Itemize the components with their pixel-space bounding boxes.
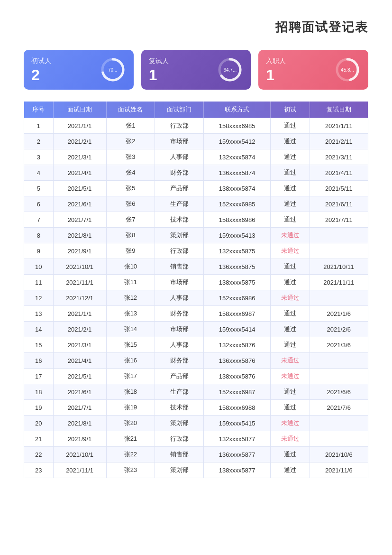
page-title: 招聘面试登记表 [24,19,368,36]
table-cell: 2021/10/1 [53,259,106,275]
table-row: 232021/11/1张23策划部138xxxx5877通过2021/11/6 [24,462,368,478]
table-cell: 152xxxx6986 [203,290,271,306]
table-cell: 行政部 [155,118,204,134]
table-cell: 159xxxx5415 [203,416,271,431]
summary-cards: 初试人 2 70... 复试人 1 64.7... 入职人 1 [24,50,368,90]
table-cell: 132xxxx5875 [203,243,271,259]
table-header: 面试姓名 [106,102,155,118]
table-row: 212021/9/1张21行政部132xxxx5877未通过 [24,431,368,447]
table-cell: 2021/11/1 [53,462,106,478]
table-cell: 未通过 [271,228,310,243]
table-cell: 通过 [271,322,310,337]
table-cell: 132xxxx5877 [203,431,271,447]
table-cell: 张23 [106,462,155,478]
table-header: 序号 [24,102,54,118]
table-cell: 8 [24,228,54,243]
table-cell: 通过 [271,149,310,165]
table-cell: 张14 [106,322,155,337]
table-cell: 2021/8/1 [53,228,106,243]
table-cell: 20 [24,416,54,431]
table-cell: 2021/1/6 [310,306,368,322]
table-cell: 通过 [271,306,310,322]
table-cell [310,369,368,384]
table-cell: 人事部 [155,337,204,353]
table-row: 202021/8/1张20策划部159xxxx5415未通过 [24,416,368,431]
card-label-initial: 初试人 [31,57,51,65]
table-cell: 张21 [106,431,155,447]
table-cell: 张6 [106,196,155,212]
table-row: 142021/2/1张14市场部159xxxx5414通过2021/2/6 [24,322,368,337]
table-cell: 158xxxx6985 [203,118,271,134]
table-cell: 财务部 [155,165,204,181]
table-cell: 2021/7/6 [310,400,368,416]
table-cell: 21 [24,431,54,447]
table-header: 面试日期 [53,102,106,118]
table-header: 复试日期 [310,102,368,118]
table-row: 62021/6/1张6生产部152xxxx6985通过2021/6/11 [24,196,368,212]
table-cell: 人事部 [155,149,204,165]
table-cell: 2021/10/1 [53,447,106,462]
table-cell: 销售部 [155,447,204,462]
table-cell [310,243,368,259]
table-cell: 2021/6/1 [53,196,106,212]
table-cell: 2021/2/6 [310,322,368,337]
table-cell: 生产部 [155,384,204,400]
table-cell: 通过 [271,196,310,212]
table-cell: 2021/7/11 [310,212,368,228]
table-cell: 2021/2/1 [53,134,106,149]
donut-hired: 45.8... [334,56,361,83]
table-cell: 未通过 [271,369,310,384]
table-cell: 2021/5/1 [53,369,106,384]
table-cell: 策划部 [155,462,204,478]
table-cell: 张20 [106,416,155,431]
donut-second: 64.7... [217,56,243,83]
table-row: 42021/4/1张4财务部136xxxx5874通过2021/4/11 [24,165,368,181]
table-cell: 未通过 [271,431,310,447]
table-cell: 1 [24,118,54,134]
table-cell: 7 [24,212,54,228]
table-row: 12021/1/1张1行政部158xxxx6985通过2021/1/11 [24,118,368,134]
card-label-hired: 入职人 [266,57,286,65]
table-cell: 人事部 [155,290,204,306]
table-cell: 2021/11/6 [310,462,368,478]
card-value-hired: 1 [266,67,286,83]
table-cell [310,290,368,306]
table-cell: 136xxxx5876 [203,353,271,369]
table-row: 102021/10/1张10销售部136xxxx5875通过2021/10/11 [24,259,368,275]
table-cell: 张4 [106,165,155,181]
table-cell: 138xxxx5877 [203,462,271,478]
table-cell: 市场部 [155,275,204,290]
table-cell: 18 [24,384,54,400]
table-cell: 张11 [106,275,155,290]
table-row: 162021/4/1张16财务部136xxxx5876未通过 [24,353,368,369]
table-cell: 市场部 [155,322,204,337]
table-row: 122021/12/1张12人事部152xxxx6986未通过 [24,290,368,306]
table-header: 初试 [271,102,310,118]
table-row: 82021/8/1张8策划部159xxxx5413未通过 [24,228,368,243]
table-row: 152021/3/1张15人事部132xxxx5876通过2021/3/6 [24,337,368,353]
table-cell: 158xxxx6987 [203,306,271,322]
table-cell: 通过 [271,447,310,462]
table-cell: 2021/10/11 [310,259,368,275]
table-cell: 15 [24,337,54,353]
table-cell: 158xxxx6986 [203,212,271,228]
donut-text-second: 64.7... [223,67,237,73]
table-cell: 行政部 [155,431,204,447]
table-row: 182021/6/1张18生产部152xxxx6987通过2021/6/6 [24,384,368,400]
table-cell: 2021/6/6 [310,384,368,400]
table-cell: 技术部 [155,400,204,416]
table-cell: 2021/3/6 [310,337,368,353]
table-cell: 通过 [271,118,310,134]
table-cell: 159xxxx5414 [203,322,271,337]
table-cell: 22 [24,447,54,462]
table-cell: 通过 [271,181,310,196]
table-cell: 未通过 [271,243,310,259]
table-cell: 财务部 [155,306,204,322]
table-cell: 张12 [106,290,155,306]
table-cell: 销售部 [155,259,204,275]
table-cell: 张17 [106,369,155,384]
table-cell: 2021/6/11 [310,196,368,212]
table-cell: 张22 [106,447,155,462]
table-cell: 张3 [106,149,155,165]
table-cell: 通过 [271,275,310,290]
